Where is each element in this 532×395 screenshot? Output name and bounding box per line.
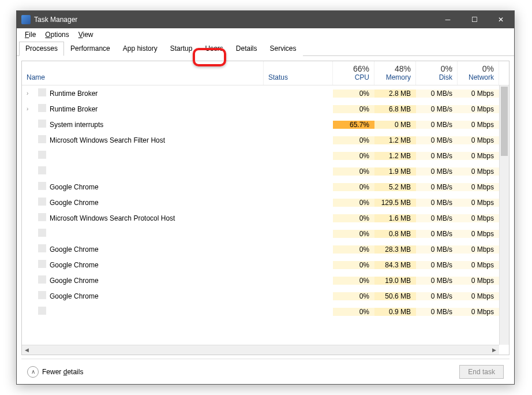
task-manager-window: Task Manager ─ ☐ ✕ File Options View Pro…	[16, 10, 515, 385]
memory-value: 129.5 MB	[374, 199, 416, 207]
vertical-scrollbar[interactable]	[499, 85, 509, 345]
col-network[interactable]: 0% Network	[458, 61, 499, 85]
close-button[interactable]: ✕	[488, 11, 514, 28]
table-row[interactable]: Google Chrome0%50.6 MB0 MB/s0 Mbps	[22, 288, 499, 304]
table-row[interactable]: 0%0.8 MB0 MB/s0 Mbps	[22, 226, 499, 241]
scroll-left-icon[interactable]: ◀	[22, 345, 32, 355]
process-icon	[33, 229, 45, 239]
tab-services[interactable]: Services	[264, 42, 303, 56]
table-row[interactable]: Microsoft Windows Search Filter Host0%1.…	[22, 132, 499, 148]
table-row[interactable]: Microsoft Windows Search Protocol Host0%…	[22, 210, 499, 226]
cpu-value: 0%	[333, 308, 374, 316]
process-name: Microsoft Windows Search Protocol Host	[45, 214, 264, 222]
tab-processes[interactable]: Processes	[19, 42, 64, 56]
process-icon	[33, 135, 45, 145]
col-memory[interactable]: 48% Memory	[374, 61, 416, 85]
process-icon	[33, 166, 45, 176]
disk-value: 0 MB/s	[416, 183, 458, 191]
process-name: Runtime Broker	[45, 90, 264, 98]
table-row[interactable]: 0%0.9 MB0 MB/s0 Mbps	[22, 304, 499, 319]
memory-value: 28.3 MB	[374, 245, 416, 254]
process-name: Google Chrome	[45, 261, 264, 269]
menu-options[interactable]: Options	[40, 29, 73, 40]
sort-indicator-icon: ⌄	[449, 64, 454, 70]
table-row[interactable]: 0%1.9 MB0 MB/s0 Mbps	[22, 163, 499, 179]
col-cpu[interactable]: 66% CPU	[333, 61, 374, 85]
memory-value: 5.2 MB	[374, 183, 416, 191]
disk-value: 0 MB/s	[416, 214, 458, 222]
expand-toggle[interactable]: ›	[22, 106, 33, 112]
rows-viewport[interactable]: ›Runtime Broker0%2.8 MB0 MB/s0 Mbps›Runt…	[22, 85, 499, 345]
process-name: System interrupts	[45, 121, 264, 129]
cpu-value: 0%	[333, 277, 374, 285]
table-row[interactable]: ›Runtime Broker0%6.8 MB0 MB/s0 Mbps	[22, 101, 499, 117]
table-row[interactable]: Google Chrome0%84.3 MB0 MB/s0 Mbps	[22, 257, 499, 273]
window-title: Task Manager	[34, 16, 77, 24]
titlebar[interactable]: Task Manager ─ ☐ ✕	[17, 11, 514, 28]
process-name: Google Chrome	[45, 245, 264, 254]
tab-startup[interactable]: Startup	[164, 42, 199, 56]
table-row[interactable]: Google Chrome0%5.2 MB0 MB/s0 Mbps	[22, 179, 499, 195]
tab-app-history[interactable]: App history	[117, 42, 164, 56]
network-value: 0 Mbps	[458, 136, 499, 144]
col-disk[interactable]: ⌄ 0% Disk	[416, 61, 458, 85]
disk-value: 0 MB/s	[416, 308, 458, 316]
menubar: File Options View	[17, 28, 514, 41]
maximize-button[interactable]: ☐	[461, 11, 488, 28]
process-icon	[33, 244, 45, 254]
table-row[interactable]: Google Chrome0%129.5 MB0 MB/s0 Mbps	[22, 195, 499, 210]
disk-value: 0 MB/s	[416, 199, 458, 207]
process-icon	[33, 307, 45, 316]
tab-performance[interactable]: Performance	[64, 42, 117, 56]
cpu-value: 0%	[333, 245, 374, 254]
menu-file[interactable]: File	[20, 29, 40, 40]
cpu-value: 0%	[333, 90, 374, 98]
network-value: 0 Mbps	[458, 199, 499, 207]
table-row[interactable]: Google Chrome0%28.3 MB0 MB/s0 Mbps	[22, 241, 499, 257]
fewer-details-label: Fewer details	[42, 368, 83, 376]
window-controls: ─ ☐ ✕	[434, 11, 514, 28]
app-icon	[21, 15, 31, 24]
process-name: Google Chrome	[45, 183, 264, 191]
network-value: 0 Mbps	[458, 121, 499, 129]
col-status[interactable]: Status	[264, 61, 333, 85]
col-name[interactable]: Name	[22, 61, 264, 85]
minimize-button[interactable]: ─	[434, 11, 461, 28]
table-row[interactable]: 0%1.2 MB0 MB/s0 Mbps	[22, 148, 499, 163]
disk-value: 0 MB/s	[416, 90, 458, 98]
process-name: Runtime Broker	[45, 105, 264, 113]
network-value: 0 Mbps	[458, 230, 499, 238]
disk-value: 0 MB/s	[416, 152, 458, 160]
memory-value: 0.8 MB	[374, 230, 416, 238]
expand-toggle[interactable]: ›	[22, 90, 33, 96]
grid-header: Name Status 66% CPU 48% Memory ⌄ 0% Disk	[22, 61, 509, 85]
disk-value: 0 MB/s	[416, 230, 458, 238]
table-row[interactable]: System interrupts65.7%0 MB0 MB/s0 Mbps	[22, 117, 499, 132]
network-value: 0 Mbps	[458, 214, 499, 222]
process-icon	[33, 104, 45, 114]
memory-value: 6.8 MB	[374, 105, 416, 113]
network-value: 0 Mbps	[458, 152, 499, 160]
table-row[interactable]: Google Chrome0%19.0 MB0 MB/s0 Mbps	[22, 273, 499, 288]
disk-value: 0 MB/s	[416, 292, 458, 300]
tab-details[interactable]: Details	[230, 42, 264, 56]
horizontal-scrollbar[interactable]: ◀ ▶	[22, 345, 499, 355]
scroll-right-icon[interactable]: ▶	[489, 345, 499, 355]
disk-value: 0 MB/s	[416, 167, 458, 176]
menu-view[interactable]: View	[74, 29, 98, 40]
tab-users[interactable]: Users	[198, 42, 229, 56]
cpu-value: 0%	[333, 183, 374, 191]
end-task-button[interactable]: End task	[459, 365, 504, 379]
table-row[interactable]: ›Runtime Broker0%2.8 MB0 MB/s0 Mbps	[22, 85, 499, 101]
fewer-details-toggle[interactable]: ∧ Fewer details	[27, 366, 83, 378]
memory-value: 1.2 MB	[374, 136, 416, 144]
cpu-value: 0%	[333, 199, 374, 207]
memory-value: 1.6 MB	[374, 214, 416, 222]
cpu-value: 0%	[333, 230, 374, 238]
memory-value: 84.3 MB	[374, 261, 416, 269]
disk-value: 0 MB/s	[416, 245, 458, 254]
process-name: Microsoft Windows Search Filter Host	[45, 136, 264, 144]
network-value: 0 Mbps	[458, 245, 499, 254]
disk-value: 0 MB/s	[416, 136, 458, 144]
scrollbar-thumb[interactable]	[501, 87, 508, 156]
